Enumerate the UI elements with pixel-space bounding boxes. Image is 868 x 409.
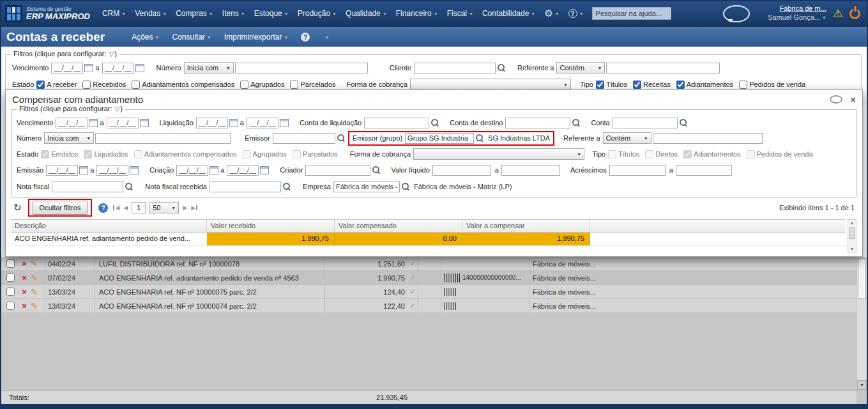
menu-crm[interactable]: CRM▼ xyxy=(98,6,130,20)
dialog-table-scrollbar[interactable]: ▲ ▼ xyxy=(848,219,857,252)
help-icon[interactable]: ? xyxy=(301,33,310,42)
emissor-input[interactable] xyxy=(273,133,335,144)
table-row[interactable]: × ✎ 13/03/24 ACO ENGENHARIA ref. NF nº 1… xyxy=(1,285,857,299)
liquidacao-to-input[interactable] xyxy=(247,118,278,128)
filter-agrupados[interactable]: Agrupados xyxy=(243,150,287,158)
filter-adiantamentos-compensados[interactable]: Adiantamentos compensados xyxy=(134,150,237,158)
edit-pencil-icon[interactable]: ✎ xyxy=(31,273,45,282)
calendar-icon[interactable] xyxy=(135,64,144,72)
menu-vendas[interactable]: Vendas▼ xyxy=(130,6,171,20)
col-valor-compensado[interactable]: Valor compensado xyxy=(335,220,462,232)
checkbox[interactable] xyxy=(633,81,641,89)
help-search-input[interactable] xyxy=(592,7,671,20)
criacao-from-input[interactable] xyxy=(176,165,208,176)
filter-a-receber[interactable]: A receber xyxy=(36,81,77,89)
menu-consultar[interactable]: Consultar▼ xyxy=(172,33,211,42)
page-size-select[interactable]: 50▼ xyxy=(149,202,179,213)
delete-icon[interactable]: × xyxy=(18,273,31,282)
criacao-to-input[interactable] xyxy=(227,165,259,176)
close-icon[interactable]: × xyxy=(850,95,856,104)
empresa-input[interactable] xyxy=(333,181,400,192)
search-icon[interactable] xyxy=(476,134,484,143)
search-icon[interactable] xyxy=(337,134,346,143)
warning-icon[interactable]: ⚠ xyxy=(833,6,843,20)
search-icon[interactable] xyxy=(680,119,688,127)
calendar-icon[interactable] xyxy=(260,166,269,174)
filter-recebidos[interactable]: Recebidos xyxy=(82,81,126,89)
checkbox[interactable] xyxy=(676,81,685,89)
next-page-icon[interactable]: ▶ xyxy=(183,204,187,211)
calendar-icon[interactable] xyxy=(280,119,289,127)
filter-adiantamentos-compensados[interactable]: Adiantamentos compensados xyxy=(132,81,234,89)
numero-operator-select[interactable]: Inicia com▼ xyxy=(184,62,234,73)
filter-liquidados[interactable]: Liquidados xyxy=(84,150,128,158)
filter-parcelados[interactable]: Parcelados xyxy=(293,150,338,158)
emissor-grupo-input[interactable] xyxy=(405,133,474,144)
referente-operator-select[interactable]: Contém▼ xyxy=(603,132,651,144)
menu-acoes[interactable]: Ações▼ xyxy=(132,33,159,42)
search-icon[interactable] xyxy=(431,119,439,127)
menu-financeiro[interactable]: Financeiro▼ xyxy=(392,6,443,20)
search-icon[interactable] xyxy=(125,183,133,191)
menu-imprimir-exportar[interactable]: Imprimir/exportar▼ xyxy=(224,33,289,42)
search-icon[interactable] xyxy=(498,64,506,72)
table-row[interactable]: × ✎ 04/02/24 LUFIL DISTRIBUIDORA ref. NF… xyxy=(1,257,857,271)
checkbox[interactable] xyxy=(290,81,298,89)
calendar-icon[interactable] xyxy=(130,166,139,174)
row-checkbox[interactable] xyxy=(6,302,15,310)
col-valor-recebido[interactable]: Valor recebido xyxy=(207,220,335,232)
checkbox[interactable] xyxy=(82,81,91,89)
scrollbar-thumb[interactable] xyxy=(858,258,866,299)
valor-liquido-from-input[interactable] xyxy=(432,165,491,176)
advance-row[interactable]: ACO ENGENHARIA ref. adiantamento pedido … xyxy=(11,233,846,246)
checkbox[interactable] xyxy=(36,81,45,89)
filter-diretos[interactable]: Diretos xyxy=(645,150,678,158)
conta-destino-input[interactable] xyxy=(505,118,570,128)
conta-liquidacao-input[interactable] xyxy=(364,118,429,128)
filter-titulos[interactable]: Títulos xyxy=(596,81,627,89)
table-row[interactable]: × ✎ 13/03/24 ACO ENGENHARIA ref. NF nº 1… xyxy=(1,299,857,313)
filter-agrupados[interactable]: Agrupados xyxy=(240,81,284,89)
calendar-icon[interactable] xyxy=(229,119,238,127)
cliente-input[interactable] xyxy=(414,63,496,73)
menu-qualidade[interactable]: Qualidade▼ xyxy=(341,6,392,20)
filter-parcelados[interactable]: Parcelados xyxy=(290,81,335,89)
checkbox[interactable] xyxy=(240,81,248,89)
row-checkbox[interactable] xyxy=(6,259,15,268)
numero-input[interactable] xyxy=(95,133,231,144)
calendar-icon[interactable] xyxy=(140,119,149,127)
numero-operator-select[interactable]: Inicia com▼ xyxy=(44,132,94,144)
checkbox[interactable] xyxy=(132,81,140,89)
help-icon[interactable]: ? xyxy=(98,203,108,213)
scrollbar-thumb[interactable] xyxy=(849,228,855,239)
filter-adiantamentos[interactable]: Adiantamentos xyxy=(683,150,740,158)
user-menu[interactable]: Samuel Gonça...▼ xyxy=(768,13,826,22)
edit-pencil-icon[interactable]: ✎ xyxy=(31,301,45,311)
nota-fiscal-recebida-input[interactable] xyxy=(209,181,281,192)
help-menu[interactable]: ?▼ xyxy=(564,6,588,20)
forma-cobranca-select[interactable]: ▼ xyxy=(413,148,584,160)
filter-adiantamentos[interactable]: Adiantamentos xyxy=(676,81,733,89)
table-row-selected[interactable]: × ✎ 07/02/24 ACO ENGENHARIA ref. adianta… xyxy=(1,271,857,285)
search-icon[interactable] xyxy=(372,166,381,174)
menu-fiscal[interactable]: Fiscal▼ xyxy=(443,6,478,20)
acrescimos-to-input[interactable] xyxy=(676,165,732,176)
filter-titulos[interactable]: Títulos xyxy=(608,150,639,158)
search-icon[interactable] xyxy=(283,183,291,191)
menu-compras[interactable]: Compras▼ xyxy=(171,6,218,20)
comment-bubble-icon[interactable] xyxy=(830,95,842,104)
company-link[interactable]: Fábrica de m... xyxy=(768,4,826,13)
checkbox[interactable] xyxy=(739,81,747,89)
calendar-icon[interactable] xyxy=(209,166,218,174)
referente-input[interactable] xyxy=(606,63,720,73)
filter-pedidos-venda[interactable]: Pedidos de venda xyxy=(739,81,805,89)
valor-liquido-to-input[interactable] xyxy=(501,165,560,176)
chevron-down-icon[interactable]: ▼ xyxy=(324,35,329,40)
filter-receitas[interactable]: Receitas xyxy=(633,81,671,89)
search-icon[interactable] xyxy=(572,119,581,127)
edit-pencil-icon[interactable]: ✎ xyxy=(31,259,45,268)
settings-menu[interactable]: ⚙▼ xyxy=(540,5,563,22)
liquidacao-from-input[interactable] xyxy=(196,118,228,128)
first-page-icon[interactable]: ◀ xyxy=(113,204,119,211)
edit-pencil-icon[interactable]: ✎ xyxy=(31,287,45,297)
